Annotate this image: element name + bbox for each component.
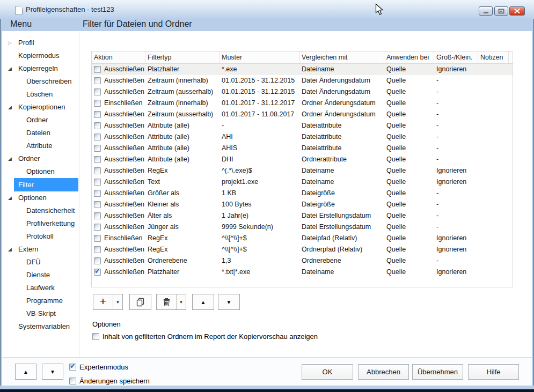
help-button[interactable]: Hilfe [468, 364, 519, 380]
row-checkbox[interactable] [94, 156, 101, 163]
tree-expanded-icon[interactable]: ◢ [6, 152, 13, 165]
table-row[interactable]: AusschließenTextprojekt1.exeDateinameQue… [92, 176, 513, 188]
row-checkbox[interactable] [94, 100, 101, 107]
tree-expanded-icon[interactable]: ◢ [6, 243, 13, 256]
table-row[interactable]: AusschließenZeitraum (ausserhalb)01.01.2… [92, 109, 513, 120]
sidebar-item-optionen[interactable]: ◢Optionen [2, 191, 79, 204]
save-changes-option[interactable]: Änderungen speichern [69, 377, 150, 385]
row-checkbox[interactable] [94, 111, 101, 118]
sidebar-item-löschen[interactable]: Löschen [2, 88, 79, 101]
column-header-2[interactable]: Muster [220, 51, 299, 63]
row-checkbox[interactable] [94, 88, 101, 95]
sidebar-item-protokoll[interactable]: Protokoll [2, 230, 79, 243]
trash-icon [163, 298, 171, 307]
move-filter-down-button[interactable]: ▼ [218, 294, 240, 310]
table-row[interactable]: AusschließenAttribute (alle)AHIDateiattr… [92, 131, 513, 143]
delete-filter-dropdown[interactable]: ▼ [177, 294, 186, 309]
sidebar-item-ordner[interactable]: Ordner [2, 114, 79, 127]
sidebar-item-dfü[interactable]: DFÜ [2, 256, 79, 269]
table-row[interactable]: AusschließenAttribute (alle)-Dateiattrib… [92, 120, 513, 131]
tree-expanded-icon[interactable]: ◢ [6, 62, 13, 75]
add-filter-dropdown[interactable]: ▼ [113, 294, 122, 309]
add-filter-button[interactable]: + ▼ [93, 294, 123, 310]
ok-button[interactable]: OK [302, 364, 353, 380]
table-row[interactable]: AusschließenRegEx^(.*\.exe)$DateinameQue… [92, 165, 513, 176]
save-changes-checkbox[interactable] [69, 378, 76, 384]
table-row[interactable]: AusschließenKleiner als100 BytesDateigrö… [92, 199, 513, 210]
sidebar-item-systemvariablen[interactable]: Systemvariablen [2, 320, 79, 333]
sidebar-item-programme[interactable]: Programme [2, 294, 79, 307]
sidebar-item-kopiermodus[interactable]: Kopiermodus [2, 49, 79, 62]
row-checkbox[interactable] [94, 257, 101, 264]
menu-up-button[interactable]: ▲ [15, 364, 36, 380]
row-checkbox[interactable] [94, 77, 101, 84]
tree-expanded-icon[interactable]: ◢ [6, 101, 13, 114]
sidebar-item-dateien[interactable]: Dateien [2, 127, 79, 139]
tree-expanded-icon[interactable]: ◢ [6, 191, 13, 204]
row-checkbox[interactable] [94, 145, 101, 152]
row-checkbox[interactable] [94, 224, 101, 231]
show-filtered-content-checkbox[interactable] [92, 333, 99, 340]
tree-collapsed-icon[interactable]: ▷ [6, 36, 13, 49]
apply-button[interactable]: Übernehmen [412, 364, 463, 380]
row-checkbox[interactable] [94, 122, 101, 129]
column-header-0[interactable]: Aktion [92, 51, 145, 63]
sidebar-item-vb-skript[interactable]: VB-Skript [2, 307, 79, 320]
cell-text: Ausschließen [104, 165, 144, 176]
cancel-button[interactable]: Abbrechen [358, 364, 409, 380]
sidebar-item-profil[interactable]: ▷Profil [2, 36, 79, 49]
table-row[interactable]: AusschließenÄlter als1 Jahr(e)Datei Erst… [92, 210, 513, 221]
table-row[interactable]: AusschließenRegEx^\\[^\\]+$Ordnerpfad (R… [92, 244, 513, 255]
sidebar-item-extern[interactable]: ◢Extern [2, 243, 79, 256]
sidebar-item-ordner[interactable]: ◢Ordner [2, 152, 79, 165]
row-checkbox[interactable] [94, 134, 101, 140]
table-row[interactable]: AusschließenGrößer als1 KBDateigrößeQuel… [92, 188, 513, 199]
maximize-button[interactable] [494, 6, 508, 16]
show-filtered-content-option[interactable]: Inhalt von gefilterten Ordnern im Report… [92, 332, 318, 341]
sidebar-item-filter[interactable]: Filter [2, 178, 79, 191]
row-checkbox[interactable] [94, 201, 101, 208]
row-checkbox[interactable] [94, 66, 101, 73]
close-button[interactable] [509, 6, 525, 16]
row-checkbox[interactable] [94, 212, 101, 219]
sidebar-item-optionen[interactable]: Optionen [2, 165, 79, 178]
table-row[interactable]: EinschließenRegEx^\\[^\\]+$Dateipfad (Re… [92, 233, 513, 244]
table-row[interactable]: AusschließenJünger als9999 Sekunde(n)Dat… [92, 221, 513, 233]
expert-mode-option[interactable]: Expertenmodus [69, 363, 128, 371]
cell [509, 188, 513, 199]
sidebar-item-laufwerk[interactable]: Laufwerk [2, 282, 79, 294]
column-header-1[interactable]: Filtertyp [145, 51, 220, 63]
cell: Dateiattribute [299, 120, 384, 131]
sidebar-item-profilverkettung[interactable]: Profilverkettung [2, 217, 79, 230]
menu-down-button[interactable]: ▼ [42, 364, 63, 380]
row-checkbox[interactable] [94, 269, 101, 276]
column-header-4[interactable]: Anwenden bei [384, 51, 434, 63]
sidebar-item-dienste[interactable]: Dienste [2, 269, 79, 282]
row-checkbox[interactable] [94, 235, 101, 242]
sidebar-item-überschreiben[interactable]: Überschreiben [2, 75, 79, 88]
table-row[interactable]: AusschließenAttribute (alle)DHIOrdneratt… [92, 154, 513, 165]
column-header-3[interactable]: Vergleichen mit [299, 51, 384, 63]
table-row[interactable]: AusschließenOrdnerebene1,3OrdnerebeneQue… [92, 255, 513, 267]
table-row[interactable]: AusschließenZeitraum (innerhalb)01.01.20… [92, 75, 513, 86]
minimize-button[interactable] [479, 6, 493, 16]
table-row[interactable]: EinschließenZeitraum (innerhalb)01.01.20… [92, 98, 513, 109]
sidebar-item-kopieroptionen[interactable]: ◢Kopieroptionen [2, 101, 79, 114]
column-header-6[interactable]: Notizen [478, 51, 509, 63]
table-row[interactable]: AusschließenAttribute (alle)AHISDateiatt… [92, 143, 513, 154]
sidebar-item-datensicherheit[interactable]: Datensicherheit [2, 204, 79, 217]
move-filter-up-button[interactable]: ▲ [192, 294, 214, 310]
expert-mode-checkbox[interactable] [69, 364, 76, 371]
table-row[interactable]: AusschließenPlatzhalter*.txt|*.exeDatein… [92, 267, 513, 278]
column-header-5[interactable]: Groß-/Klein. [434, 51, 478, 63]
row-checkbox[interactable] [94, 167, 101, 174]
duplicate-filter-button[interactable] [129, 294, 151, 310]
table-row[interactable]: AusschließenPlatzhalter*.exeDateinameQue… [92, 64, 513, 75]
sidebar-item-attribute[interactable]: Attribute [2, 139, 79, 152]
sidebar-item-kopierregeln[interactable]: ◢Kopierregeln [2, 62, 79, 75]
row-checkbox[interactable] [94, 246, 101, 253]
row-checkbox[interactable] [94, 179, 101, 186]
table-row[interactable]: AusschließenZeitraum (ausserhalb)01.01.2… [92, 86, 513, 98]
delete-filter-button[interactable]: ▼ [156, 294, 186, 310]
row-checkbox[interactable] [94, 190, 101, 197]
